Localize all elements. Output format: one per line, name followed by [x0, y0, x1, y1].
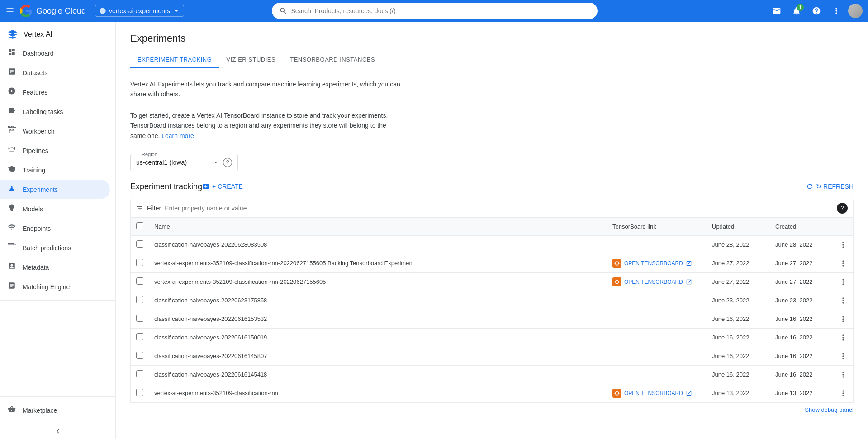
row-checkbox-cell[interactable] — [131, 384, 149, 402]
sidebar-item-workbench[interactable]: Workbench — [0, 121, 110, 141]
row-more-menu[interactable] — [839, 315, 848, 324]
region-help-icon[interactable]: ? — [223, 158, 232, 167]
sidebar-item-metadata[interactable]: Metadata — [0, 258, 110, 277]
open-tensorboard-btn[interactable]: OPEN TENSORBOARD — [612, 259, 701, 268]
open-tensorboard-btn[interactable]: OPEN TENSORBOARD — [612, 389, 701, 398]
th-checkbox — [131, 218, 149, 236]
user-avatar[interactable] — [848, 4, 863, 18]
notifications-btn[interactable]: 1 — [788, 3, 805, 19]
filter-input[interactable] — [165, 205, 833, 212]
row-checkbox-cell[interactable] — [131, 291, 149, 310]
sidebar-item-training[interactable]: Training — [0, 160, 110, 180]
learn-more-link[interactable]: Learn more — [161, 132, 194, 139]
row-menu-cell[interactable] — [833, 291, 854, 310]
tab-vizier-studies[interactable]: VIZIER STUDIES — [219, 52, 283, 68]
sidebar-item-pipelines[interactable]: Pipelines — [0, 141, 110, 160]
row-more-menu[interactable] — [839, 370, 848, 379]
sidebar-item-endpoints[interactable]: Endpoints — [0, 219, 110, 238]
row-name: classification-naivebayes-20220616153532 — [149, 310, 607, 328]
row-checkbox-cell[interactable] — [131, 310, 149, 328]
row-checkbox[interactable] — [136, 259, 143, 266]
row-menu-cell[interactable] — [833, 254, 854, 272]
sidebar-collapse-btn[interactable] — [0, 424, 115, 439]
sidebar-item-features[interactable]: Features — [0, 82, 110, 102]
metadata-icon — [7, 262, 16, 272]
svg-point-1 — [616, 262, 618, 265]
row-checkbox-cell[interactable] — [131, 347, 149, 365]
search-input[interactable] — [291, 7, 590, 14]
row-updated: June 23, 2022 — [707, 291, 770, 310]
row-checkbox-cell[interactable] — [131, 254, 149, 272]
row-more-menu[interactable] — [839, 389, 848, 398]
help-btn[interactable] — [808, 3, 825, 19]
sidebar-item-datasets[interactable]: Datasets — [0, 63, 110, 82]
row-checkbox-cell[interactable] — [131, 365, 149, 384]
filter-help-icon[interactable]: ? — [837, 203, 848, 214]
row-updated: June 16, 2022 — [707, 328, 770, 347]
create-button[interactable]: + CREATE — [202, 183, 243, 190]
row-checkbox[interactable] — [136, 389, 143, 396]
row-menu-cell[interactable] — [833, 272, 854, 291]
row-more-menu[interactable] — [839, 259, 848, 268]
email-icon-btn[interactable] — [768, 3, 785, 19]
sidebar-item-dashboard[interactable]: Dashboard — [0, 43, 110, 63]
row-checkbox[interactable] — [136, 240, 143, 248]
search-bar[interactable] — [272, 3, 598, 19]
sidebar-item-batch[interactable]: Batch predictions — [0, 238, 110, 258]
more-options-btn[interactable] — [828, 3, 844, 19]
row-checkbox[interactable] — [136, 315, 143, 322]
row-checkbox-cell[interactable] — [131, 328, 149, 347]
row-created: June 27, 2022 — [770, 254, 833, 272]
select-all-checkbox[interactable] — [136, 222, 143, 229]
row-more-menu[interactable] — [839, 352, 848, 361]
sidebar-item-labeling[interactable]: Labeling tasks — [0, 102, 110, 121]
row-checkbox-cell[interactable] — [131, 235, 149, 254]
tab-experiment-tracking[interactable]: EXPERIMENT TRACKING — [130, 52, 219, 68]
row-name: vertex-ai-experiments-352109-classificat… — [149, 254, 607, 272]
row-tb-link[interactable]: OPEN TENSORBOARD — [607, 384, 707, 402]
row-more-menu[interactable] — [839, 296, 848, 305]
row-more-menu[interactable] — [839, 333, 848, 342]
filter-label: Filter — [147, 205, 161, 212]
row-menu-cell[interactable] — [833, 328, 854, 347]
project-selector[interactable]: vertex-ai-experiments — [95, 5, 184, 17]
row-checkbox[interactable] — [136, 352, 143, 359]
matching-icon — [7, 282, 16, 292]
refresh-button[interactable]: ↻ REFRESH — [806, 183, 854, 190]
sidebar-item-label: Experiments — [23, 186, 58, 193]
row-menu-cell[interactable] — [833, 365, 854, 384]
topbar-actions: 1 — [768, 3, 863, 19]
row-checkbox[interactable] — [136, 370, 143, 377]
row-more-menu[interactable] — [839, 240, 848, 249]
description-2: To get started, create a Vertex AI Tenso… — [130, 110, 402, 141]
debug-panel-link[interactable]: Show debug panel — [130, 406, 854, 413]
row-checkbox[interactable] — [136, 277, 143, 285]
row-tb-link — [607, 235, 707, 254]
sidebar-item-matching[interactable]: Matching Engine — [0, 277, 110, 296]
sidebar-item-experiments[interactable]: Experiments — [0, 180, 110, 199]
row-menu-cell[interactable] — [833, 310, 854, 328]
svg-point-3 — [616, 281, 618, 283]
table-row: classification-naivebayes-20220616145807… — [131, 347, 854, 365]
row-more-menu[interactable] — [839, 277, 848, 286]
row-checkbox[interactable] — [136, 333, 143, 340]
region-select[interactable]: us-central1 (Iowa) us-east1 (South Carol… — [136, 159, 209, 166]
menu-icon[interactable] — [5, 5, 14, 17]
open-tensorboard-btn[interactable]: OPEN TENSORBOARD — [612, 277, 701, 286]
row-menu-cell[interactable] — [833, 384, 854, 402]
labeling-icon — [7, 106, 16, 117]
row-checkbox[interactable] — [136, 296, 143, 303]
row-checkbox-cell[interactable] — [131, 272, 149, 291]
row-created: June 13, 2022 — [770, 384, 833, 402]
sidebar-item-marketplace[interactable]: Marketplace — [0, 401, 110, 420]
tab-tensorboard-instances[interactable]: TENSORBOARD INSTANCES — [283, 52, 382, 68]
workbench-icon — [7, 126, 16, 136]
table-row: vertex-ai-experiments-352109-classificat… — [131, 384, 854, 402]
row-updated: June 16, 2022 — [707, 365, 770, 384]
row-menu-cell[interactable] — [833, 347, 854, 365]
row-menu-cell[interactable] — [833, 235, 854, 254]
main-content: Experiments EXPERIMENT TRACKING VIZIER S… — [116, 22, 868, 439]
row-tb-link[interactable]: OPEN TENSORBOARD — [607, 254, 707, 272]
sidebar-item-models[interactable]: Models — [0, 199, 110, 219]
row-tb-link[interactable]: OPEN TENSORBOARD — [607, 272, 707, 291]
